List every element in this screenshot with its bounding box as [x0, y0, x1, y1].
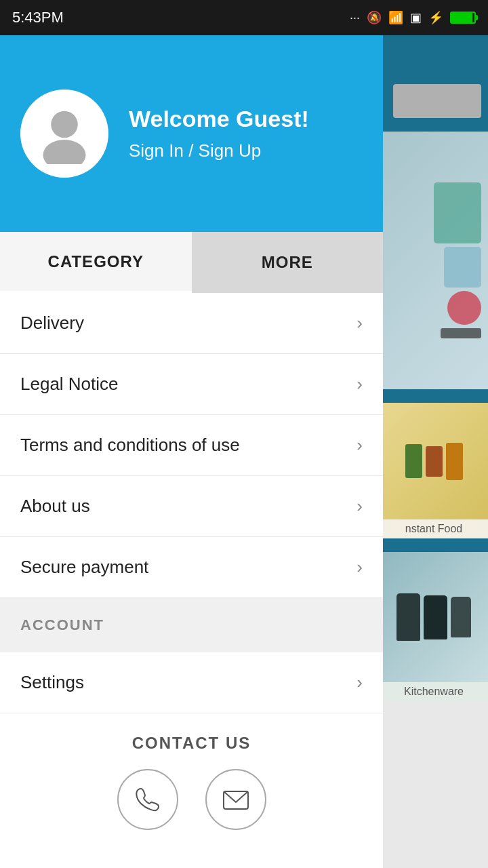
right-separator-1	[380, 389, 488, 403]
drawer-header[interactable]: Welcome Guest! Sign In / Sign Up	[0, 35, 383, 232]
tab-category-label: CATEGORY	[48, 252, 144, 271]
dots-icon: ···	[350, 11, 360, 25]
right-food-section: nstant Food	[380, 403, 488, 538]
right-content-column: nstant Food Kitchenware	[380, 71, 488, 868]
right-search-bar	[380, 71, 488, 132]
menu-item-terms[interactable]: Terms and conditions of use ›	[0, 415, 383, 476]
menu-item-delivery-label: Delivery	[20, 313, 84, 334]
right-banner-cosmetics	[380, 132, 488, 389]
tab-more[interactable]: MORE	[192, 232, 384, 293]
right-search-input-bg	[393, 84, 481, 118]
battery-icon	[450, 12, 476, 24]
welcome-title: Welcome Guest!	[129, 106, 309, 132]
svg-point-1	[43, 140, 86, 164]
drawer-tabs: CATEGORY MORE	[0, 232, 383, 293]
menu-item-secure-payment-label: Secure payment	[20, 557, 148, 578]
menu-item-secure-payment[interactable]: Secure payment ›	[0, 537, 383, 598]
account-section-label: ACCOUNT	[20, 616, 104, 634]
tab-more-label: MORE	[262, 253, 313, 272]
chevron-right-icon: ›	[357, 435, 363, 456]
menu-item-legal-notice[interactable]: Legal Notice ›	[0, 354, 383, 415]
contact-us-section: CONTACT US	[0, 713, 383, 857]
menu-item-settings-label: Settings	[20, 672, 84, 693]
menu-item-delivery[interactable]: Delivery ›	[0, 293, 383, 354]
chevron-right-icon: ›	[357, 672, 363, 693]
right-kitchen-section: Kitchenware	[380, 552, 488, 701]
screen-icon: ▣	[410, 10, 422, 25]
food-label: nstant Food	[380, 519, 488, 538]
navigation-drawer: Welcome Guest! Sign In / Sign Up CATEGOR…	[0, 35, 383, 868]
status-bar: 5:43PM ··· 🔕 📶 ▣ ⚡	[0, 0, 488, 35]
svg-point-0	[51, 111, 78, 138]
menu-list: Delivery › Legal Notice › Terms and cond…	[0, 293, 383, 868]
chevron-right-icon: ›	[357, 557, 363, 578]
right-separator-2	[380, 538, 488, 552]
menu-item-legal-notice-label: Legal Notice	[20, 374, 119, 395]
chevron-right-icon: ›	[357, 313, 363, 334]
status-time: 5:43PM	[12, 9, 64, 26]
chevron-right-icon: ›	[357, 374, 363, 395]
menu-item-about[interactable]: About us ›	[0, 476, 383, 537]
contact-icons-row	[117, 769, 266, 830]
phone-icon	[131, 783, 164, 816]
phone-contact-button[interactable]	[117, 769, 178, 830]
bell-muted-icon: 🔕	[367, 10, 382, 25]
lightning-icon: ⚡	[428, 10, 443, 25]
welcome-text: Welcome Guest! Sign In / Sign Up	[129, 106, 309, 161]
email-icon	[220, 783, 252, 816]
menu-item-settings[interactable]: Settings ›	[0, 652, 383, 713]
email-contact-button[interactable]	[205, 769, 266, 830]
wifi-icon: 📶	[388, 10, 403, 25]
menu-item-terms-label: Terms and conditions of use	[20, 435, 240, 456]
chevron-right-icon: ›	[357, 496, 363, 517]
avatar	[20, 90, 108, 178]
signin-signup-link[interactable]: Sign In / Sign Up	[129, 140, 309, 161]
account-section-header: ACCOUNT	[0, 598, 383, 652]
menu-item-about-label: About us	[20, 496, 90, 517]
tab-category[interactable]: CATEGORY	[0, 232, 192, 293]
contact-us-title: CONTACT US	[132, 734, 251, 753]
kitchen-label: Kitchenware	[380, 682, 488, 701]
avatar-icon	[34, 103, 95, 164]
status-icons: ··· 🔕 📶 ▣ ⚡	[350, 10, 476, 25]
